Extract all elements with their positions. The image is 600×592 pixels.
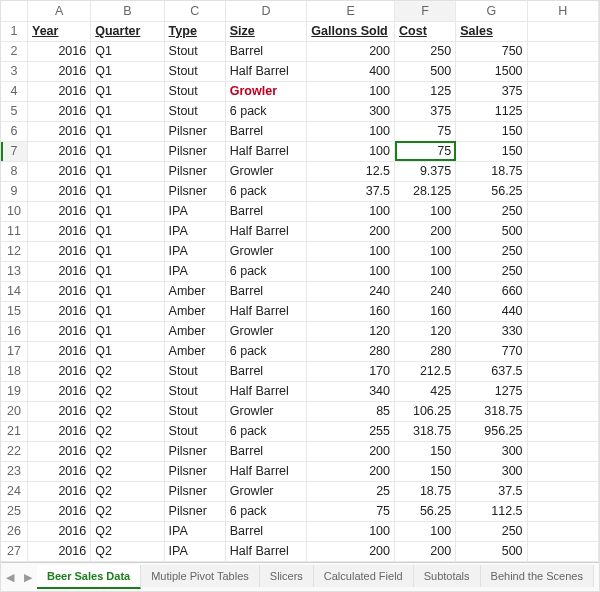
cell[interactable]: 85 — [307, 401, 395, 421]
cell[interactable]: Q2 — [91, 461, 164, 481]
col-header-G[interactable]: G — [456, 1, 527, 21]
cell[interactable]: 2016 — [28, 421, 91, 441]
cell[interactable]: 2016 — [28, 101, 91, 121]
sheet-tab[interactable]: Beer Sales Data — [37, 565, 141, 589]
tab-next-icon[interactable]: ▶ — [19, 571, 37, 584]
cell[interactable]: Q1 — [91, 241, 164, 261]
cell[interactable] — [527, 221, 598, 241]
cell[interactable]: IPA — [164, 241, 225, 261]
row-header[interactable]: 23 — [1, 461, 28, 481]
cell[interactable]: 100 — [395, 261, 456, 281]
cell[interactable]: IPA — [164, 201, 225, 221]
cell[interactable]: 150 — [456, 121, 527, 141]
cell[interactable]: Q2 — [91, 421, 164, 441]
cell[interactable]: 212.5 — [395, 361, 456, 381]
cell[interactable]: Half Barrel — [225, 381, 307, 401]
row-header[interactable]: 26 — [1, 521, 28, 541]
cell[interactable]: 106.25 — [395, 401, 456, 421]
row-header[interactable]: 9 — [1, 181, 28, 201]
cell[interactable]: 100 — [307, 121, 395, 141]
cell[interactable] — [527, 361, 598, 381]
cell[interactable]: Stout — [164, 381, 225, 401]
cell[interactable]: 2016 — [28, 541, 91, 561]
cell[interactable]: Q1 — [91, 201, 164, 221]
cell[interactable]: Pilsner — [164, 441, 225, 461]
cell[interactable]: 2016 — [28, 221, 91, 241]
cell[interactable]: Q1 — [91, 121, 164, 141]
cell[interactable]: 2016 — [28, 201, 91, 221]
cell[interactable] — [527, 141, 598, 161]
cell[interactable]: 425 — [395, 381, 456, 401]
cell[interactable]: IPA — [164, 261, 225, 281]
row-header[interactable]: 12 — [1, 241, 28, 261]
cell[interactable]: 2016 — [28, 441, 91, 461]
sheet-tab[interactable]: Behind the Scenes — [481, 565, 594, 587]
cell[interactable]: IPA — [164, 221, 225, 241]
cell[interactable] — [527, 461, 598, 481]
cell[interactable]: 2016 — [28, 521, 91, 541]
cell[interactable]: 200 — [307, 541, 395, 561]
cell[interactable]: 6 pack — [225, 501, 307, 521]
cell[interactable] — [527, 521, 598, 541]
cell[interactable]: 2016 — [28, 141, 91, 161]
cell[interactable]: Sales — [456, 21, 527, 41]
row-header[interactable]: 14 — [1, 281, 28, 301]
cell[interactable]: Q1 — [91, 181, 164, 201]
col-header-E[interactable]: E — [307, 1, 395, 21]
cell[interactable]: 200 — [395, 221, 456, 241]
cell[interactable]: 56.25 — [395, 501, 456, 521]
cell[interactable]: 750 — [456, 41, 527, 61]
cell[interactable]: 6 pack — [225, 101, 307, 121]
cell[interactable] — [527, 101, 598, 121]
row-header[interactable]: 11 — [1, 221, 28, 241]
cell[interactable]: Stout — [164, 421, 225, 441]
cell[interactable]: 280 — [395, 341, 456, 361]
row-header[interactable]: 3 — [1, 61, 28, 81]
cell[interactable]: 240 — [307, 281, 395, 301]
cell[interactable]: 200 — [307, 221, 395, 241]
cell[interactable]: Barrel — [225, 281, 307, 301]
cell[interactable]: 956.25 — [456, 421, 527, 441]
row-header[interactable]: 1 — [1, 21, 28, 41]
col-header-A[interactable]: A — [28, 1, 91, 21]
cell[interactable]: Barrel — [225, 41, 307, 61]
cell[interactable]: Q1 — [91, 281, 164, 301]
col-header-F[interactable]: F — [395, 1, 456, 21]
cell[interactable] — [527, 541, 598, 561]
cell[interactable]: Half Barrel — [225, 301, 307, 321]
cell[interactable] — [527, 181, 598, 201]
row-header[interactable]: 22 — [1, 441, 28, 461]
col-header-C[interactable]: C — [164, 1, 225, 21]
cell[interactable] — [527, 501, 598, 521]
cell[interactable]: 318.75 — [395, 421, 456, 441]
cell[interactable]: Q2 — [91, 381, 164, 401]
cell[interactable]: 200 — [307, 461, 395, 481]
cell[interactable]: 12.5 — [307, 161, 395, 181]
cell[interactable]: 6 pack — [225, 421, 307, 441]
cell[interactable]: 125 — [395, 81, 456, 101]
cell[interactable]: Half Barrel — [225, 461, 307, 481]
cell[interactable]: 200 — [307, 441, 395, 461]
cell[interactable]: Cost — [395, 21, 456, 41]
cell[interactable]: Amber — [164, 301, 225, 321]
row-header[interactable]: 2 — [1, 41, 28, 61]
cell[interactable] — [527, 241, 598, 261]
cell[interactable]: 160 — [307, 301, 395, 321]
cell[interactable]: 280 — [307, 341, 395, 361]
sheet-tab[interactable]: Subtotals — [414, 565, 481, 587]
cell[interactable]: 1500 — [456, 61, 527, 81]
cell[interactable]: 2016 — [28, 501, 91, 521]
cell[interactable]: Half Barrel — [225, 221, 307, 241]
cell[interactable]: Gallons Sold — [307, 21, 395, 41]
row-header[interactable]: 6 — [1, 121, 28, 141]
cell[interactable]: Q2 — [91, 541, 164, 561]
row-header[interactable]: 18 — [1, 361, 28, 381]
cell[interactable]: 2016 — [28, 321, 91, 341]
cell[interactable]: 100 — [395, 521, 456, 541]
cell[interactable] — [527, 341, 598, 361]
cell[interactable]: 770 — [456, 341, 527, 361]
cell[interactable]: 170 — [307, 361, 395, 381]
cell[interactable]: IPA — [164, 541, 225, 561]
cell[interactable]: Half Barrel — [225, 541, 307, 561]
cell[interactable]: Stout — [164, 101, 225, 121]
